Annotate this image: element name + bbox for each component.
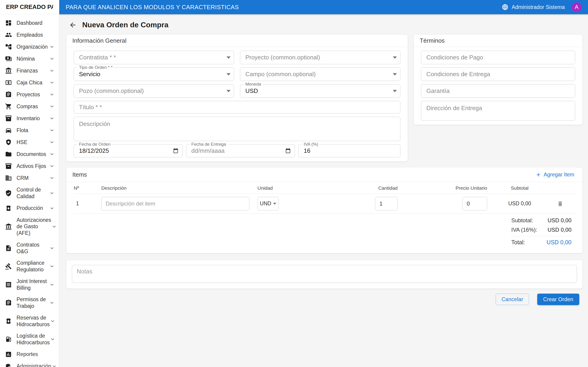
sidebar-item-permisos-de-trabajo[interactable]: Permisos de Trabajo: [0, 294, 59, 312]
item-unit-select[interactable]: UND: [258, 197, 279, 210]
sidebar-item-finanzas[interactable]: Finanzas: [0, 65, 59, 77]
sidebar-item-contratos-o-g[interactable]: Contratos O&G: [0, 239, 59, 257]
proyecto-select[interactable]: Proyecto (common.optional): [240, 51, 400, 64]
notes-textarea[interactable]: [72, 265, 577, 283]
tipo-orden-label: Tipo de Orden * *: [78, 65, 114, 70]
sidebar-item-joint-interest-billing[interactable]: Joint Interest Billing: [0, 275, 59, 294]
payments-icon: [5, 55, 12, 62]
page-title: Nueva Orden de Compra: [82, 21, 168, 29]
gavel-icon: [5, 263, 12, 270]
sidebar-item-produccion[interactable]: Producción: [0, 202, 59, 214]
chevron-down-icon: [49, 245, 55, 251]
subtotal-label: Subtotal:: [511, 217, 533, 224]
descripcion-textarea[interactable]: Descripción: [74, 117, 400, 141]
iva-input[interactable]: IVA (%) 16: [298, 144, 400, 157]
fecha-entrega-input[interactable]: Fecha de Entrega dd/mm/aaaa: [186, 144, 295, 157]
sidebar-item-flota[interactable]: Flota: [0, 124, 59, 136]
calendar-icon[interactable]: [173, 148, 179, 154]
sidebar-item-administracion[interactable]: Administración: [0, 360, 59, 367]
sidebar-item-caja-chica[interactable]: Caja Chica: [0, 77, 59, 89]
sidebar-item-label: Documentos: [17, 151, 49, 158]
campo-select[interactable]: Campo (common.optional): [240, 67, 400, 81]
sidebar-item-proyectos[interactable]: Proyectos: [0, 89, 59, 100]
delete-item-icon[interactable]: [557, 200, 563, 207]
cash-box-icon: [5, 79, 12, 86]
dropdown-arrow-icon: [393, 73, 397, 75]
bank-icon: [5, 223, 12, 230]
dashboard-icon: [5, 19, 12, 26]
tipo-orden-value: Servicio: [79, 71, 100, 78]
fecha-orden-label: Fecha de Orden: [78, 142, 112, 147]
item-subtotal: USD 0,00: [487, 200, 552, 207]
garantia-input[interactable]: Garantía: [421, 84, 575, 98]
chevron-down-icon: [49, 68, 55, 74]
sidebar-item-reportes[interactable]: Reportes: [0, 348, 59, 360]
chevron-down-icon: [49, 190, 55, 196]
oil-barrel-icon: [5, 205, 12, 212]
condiciones-de-entrega-input[interactable]: Condiciones de Entrega: [421, 67, 575, 81]
dropdown-arrow-icon: [226, 73, 231, 75]
topbar-message: PARA QUE ANALICEN LOS MODULOS Y CARACTER…: [66, 4, 502, 11]
fecha-orden-input[interactable]: Fecha de Orden 18/12/2025: [74, 144, 183, 157]
pozo-select[interactable]: Pozo (common.optional): [74, 84, 234, 98]
chevron-down-icon: [49, 92, 55, 98]
sidebar-item-organizacion[interactable]: Organización: [0, 41, 59, 53]
user-avatar[interactable]: A: [572, 2, 582, 12]
contratista-select[interactable]: Contratista * *: [74, 51, 234, 64]
sidebar-item-activos-fijos[interactable]: Activos Fijos: [0, 160, 59, 172]
add-item-button[interactable]: Agregar Item: [533, 170, 577, 179]
chevron-down-icon: [51, 363, 57, 367]
sidebar-item-label: Activos Fijos: [17, 163, 49, 169]
bank-icon: [5, 67, 12, 74]
terms-card: Términos Condiciones de PagoCondiciones …: [414, 35, 582, 125]
language-globe-icon[interactable]: [502, 4, 509, 10]
col-descripcion: Descripción: [101, 185, 258, 191]
sidebar-item-autorizaciones-de-gasto-afe[interactable]: Autorizaciones de Gasto (AFE): [0, 214, 59, 239]
sidebar-item-crm[interactable]: CRM: [0, 172, 59, 184]
sidebar-item-control-de-calidad[interactable]: Control de Calidad: [0, 184, 59, 202]
field-placeholder: Garantía: [426, 87, 450, 94]
sidebar-item-reservas-de-hidrocarburos[interactable]: Reservas de Hidrocarburos: [0, 312, 59, 330]
direccion-de-entrega-input[interactable]: Dirección de Entrega: [421, 101, 575, 121]
titulo-input[interactable]: Título * *: [74, 101, 400, 114]
sidebar-item-hse[interactable]: HSE: [0, 136, 59, 148]
sidebar-item-inventario[interactable]: Inventario: [0, 112, 59, 124]
sidebar-item-logistica-de-hidrocarburos[interactable]: Logística de Hidrocarburos: [0, 330, 59, 348]
chevron-down-icon: [49, 151, 55, 157]
sidebar-item-label: Compras: [17, 103, 49, 110]
sidebar-item-dashboard[interactable]: Dashboard: [0, 17, 59, 29]
sidebar-item-compliance-regulatorio[interactable]: Compliance Regulatorio: [0, 257, 59, 275]
iva-total-label: IVA (16%):: [511, 227, 537, 233]
campo-label: Campo (common.optional): [245, 71, 316, 78]
item-unit-value: UND: [260, 200, 271, 207]
moneda-select[interactable]: Moneda USD: [240, 84, 400, 98]
cancel-button[interactable]: Cancelar: [496, 294, 529, 305]
sidebar-item-compras[interactable]: Compras: [0, 100, 59, 112]
chevron-down-icon: [49, 56, 55, 62]
sidebar-item-empleados[interactable]: Empleados: [0, 29, 59, 41]
shield-plus-icon: [5, 139, 12, 146]
general-info-title: Información General: [66, 35, 408, 47]
create-order-button[interactable]: Crear Orden: [537, 294, 579, 305]
chevron-down-icon: [50, 336, 56, 342]
plus-icon: [536, 172, 541, 178]
terms-title: Términos: [414, 35, 582, 47]
dropdown-arrow-icon: [393, 56, 397, 59]
back-arrow-icon[interactable]: [69, 21, 77, 29]
subtotal-value: USD 0,00: [548, 217, 571, 224]
sidebar-item-nomina[interactable]: Nómina: [0, 53, 59, 65]
condiciones-de-pago-input[interactable]: Condiciones de Pago: [421, 51, 575, 64]
sidebar-item-label: Logística de Hidrocarburos: [17, 333, 50, 346]
calendar-icon[interactable]: [285, 148, 291, 154]
items-table-header: Nº Descripción Unidad Cantidad Precio Un…: [74, 182, 575, 194]
item-quantity-input[interactable]: [375, 197, 398, 210]
shopping-cart-icon: [5, 103, 12, 110]
sidebar-item-documentos[interactable]: Documentos: [0, 148, 59, 160]
item-unit-price-input[interactable]: [462, 197, 487, 210]
account-tree-icon: [5, 43, 12, 50]
tipo-orden-select[interactable]: Tipo de Orden * * Servicio: [74, 67, 234, 81]
field-placeholder: Condiciones de Pago: [426, 54, 483, 61]
admin-shield-icon: [5, 363, 12, 367]
bar-chart-icon: [5, 351, 12, 358]
item-description-input[interactable]: [101, 197, 250, 210]
